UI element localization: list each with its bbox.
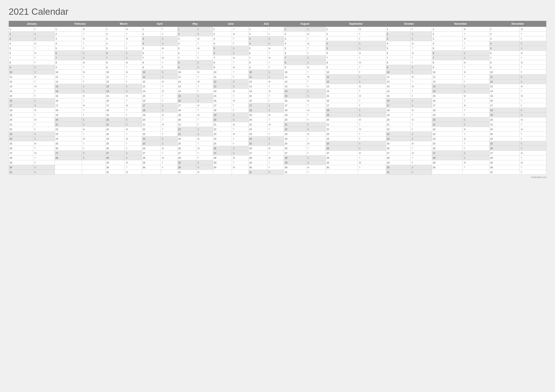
day-letter: M: [161, 113, 178, 117]
day-letter: S: [232, 51, 248, 56]
day-number: 3: [432, 36, 463, 41]
day-letter: T: [358, 132, 386, 136]
day-number: 8: [386, 60, 411, 65]
day-letter: W: [125, 36, 142, 41]
day-number: 13: [55, 84, 82, 89]
day-letter: T: [125, 98, 142, 103]
day-letter: F: [232, 108, 248, 113]
day-letter: S: [196, 132, 213, 136]
day-number: 24: [55, 136, 82, 141]
day-letter: S: [358, 74, 386, 79]
day-letter: T: [411, 113, 432, 117]
day-number: 13: [326, 84, 358, 89]
day-number: 26: [489, 146, 519, 151]
day-number: 11: [213, 74, 232, 79]
day-letter: F: [232, 41, 248, 46]
day-number: 21: [55, 122, 82, 127]
day-number: 5: [248, 46, 267, 51]
day-number: 5: [177, 46, 196, 51]
day-letter: M: [267, 46, 284, 51]
day-number: 11: [177, 74, 196, 79]
day-letter: F: [161, 65, 178, 70]
month-header-november: November: [432, 21, 489, 27]
day-number: 3: [177, 36, 196, 41]
day-letter: M: [232, 122, 248, 127]
day-number: 18: [386, 108, 411, 113]
day-letter: W: [82, 70, 106, 74]
day-number: 21: [326, 122, 358, 127]
day-letter: S: [463, 84, 489, 89]
day-number: 7: [213, 56, 232, 60]
day-number: 12: [106, 79, 125, 84]
day-letter: M: [33, 74, 55, 79]
day-letter: T: [463, 132, 489, 136]
day-number: 4: [9, 41, 33, 46]
day-number: 27: [9, 151, 33, 156]
day-letter: W: [232, 65, 248, 70]
day-letter: F: [125, 79, 142, 84]
day-letter: W: [358, 93, 386, 98]
day-number: 15: [489, 93, 519, 98]
day-number: 20: [326, 117, 358, 122]
day-letter: S: [161, 136, 178, 141]
month-header-september: September: [326, 21, 386, 27]
day-number: 8: [489, 60, 519, 65]
day-number: 11: [55, 74, 82, 79]
day-letter: M: [463, 127, 489, 132]
day-letter: T: [196, 108, 213, 113]
day-number: 1: [142, 27, 161, 32]
day-number: 10: [489, 70, 519, 74]
day-number: 26: [284, 146, 306, 151]
day-letter: F: [196, 122, 213, 127]
day-number: 12: [9, 79, 33, 84]
day-letter: T: [161, 84, 178, 89]
day-letter: T: [306, 170, 326, 175]
day-letter: S: [196, 165, 213, 170]
day-letter: T: [161, 127, 178, 132]
day-letter: T: [411, 79, 432, 84]
day-number: 8: [284, 60, 306, 65]
day-number: 9: [432, 65, 463, 70]
day-letter: M: [358, 84, 386, 89]
day-letter: W: [358, 27, 386, 32]
day-letter: S: [411, 70, 432, 74]
day-letter: S: [33, 132, 55, 136]
day-number: 20: [248, 117, 267, 122]
day-number: 15: [432, 93, 463, 98]
day-number: 8: [213, 60, 232, 65]
day-letter: M: [358, 117, 386, 122]
day-letter: S: [82, 89, 106, 93]
day-letter: S: [520, 113, 546, 117]
day-number: 28: [213, 156, 232, 160]
day-number: 4: [248, 41, 267, 46]
day-letter: T: [267, 60, 284, 65]
day-letter: F: [232, 141, 248, 146]
day-number: 25: [386, 141, 411, 146]
day-number: 27: [432, 151, 463, 156]
day-letter: F: [267, 65, 284, 70]
day-letter: T: [411, 146, 432, 151]
day-number: 31: [177, 170, 196, 175]
day-number: 1: [9, 27, 33, 32]
day-letter: S: [411, 32, 432, 36]
day-number: 27: [55, 151, 82, 156]
day-number: 28: [106, 156, 125, 160]
day-number: 7: [55, 56, 82, 60]
day-letter: M: [306, 132, 326, 136]
day-letter: F: [520, 70, 546, 74]
day-number: 18: [213, 108, 232, 113]
day-number: 11: [106, 74, 125, 79]
day-number: 11: [489, 74, 519, 79]
day-letter: F: [358, 36, 386, 41]
day-number: 25: [9, 141, 33, 146]
day-number: 14: [284, 89, 306, 93]
day-number: 12: [55, 79, 82, 84]
day-number: 16: [326, 98, 358, 103]
day-letter: T: [463, 141, 489, 146]
day-letter: S: [411, 103, 432, 108]
day-number: 9: [142, 65, 161, 70]
day-letter: W: [232, 98, 248, 103]
day-letter: S: [33, 98, 55, 103]
day-letter: M: [411, 108, 432, 113]
day-letter: T: [358, 89, 386, 93]
